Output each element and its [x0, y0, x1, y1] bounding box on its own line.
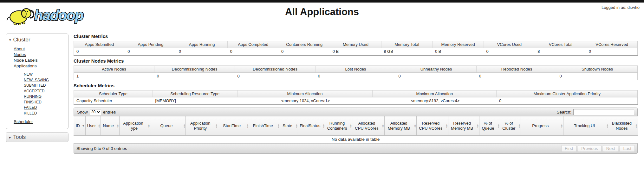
- metric-value: 0: [484, 48, 535, 56]
- list-item: FAILED: [24, 105, 66, 110]
- column-header-name[interactable]: Name: [101, 116, 119, 135]
- column-header-allocated-cpu-vcores[interactable]: Allocated CPU VCores: [352, 116, 384, 135]
- metric-header: Memory Total: [381, 41, 433, 48]
- sidebar-item-scheduler[interactable]: Scheduler: [14, 119, 33, 124]
- metric-header: Shutdown Nodes: [557, 66, 638, 73]
- table-cell: 1: [74, 73, 154, 80]
- sort-icon: [561, 124, 563, 128]
- sidebar-item-accepted[interactable]: ACCEPTED: [24, 89, 44, 93]
- metric-header: Decommissioned Nodes: [235, 66, 315, 73]
- column-label: Reserved Memory MB: [451, 121, 473, 131]
- showing-entries-info: Showing 0 to 0 of 0 entries: [76, 146, 127, 151]
- pagination-first-button[interactable]: First: [561, 145, 576, 152]
- column-header-queue[interactable]: Queue: [150, 116, 186, 135]
- list-item: FINISHED: [24, 99, 66, 105]
- page-size-select[interactable]: 20: [90, 109, 101, 115]
- cluster-nav-panel: Cluster About Nodes Node Labels Applicat…: [6, 34, 68, 129]
- metric-header: Active Nodes: [74, 66, 154, 73]
- cluster-nodes-metrics-table: Active Nodes Decommissioning Nodes Decom…: [74, 65, 638, 80]
- list-item: NEW_SAVING: [24, 77, 66, 83]
- column-header-application-type[interactable]: Application Type: [119, 116, 150, 135]
- sidebar-item-about[interactable]: About: [14, 46, 25, 51]
- table-cell: 0: [154, 73, 235, 80]
- column-header-user[interactable]: User: [85, 116, 101, 135]
- metric-value: 0: [125, 48, 176, 56]
- column-label: State: [283, 123, 292, 128]
- column-header-starttime[interactable]: StartTime: [218, 116, 249, 135]
- metric-value: [MEMORY]: [153, 97, 237, 105]
- metric-header: Apps Submitted: [74, 41, 125, 48]
- column-label: FinalStatus: [300, 123, 320, 128]
- column-header-progress[interactable]: Progress: [521, 116, 563, 135]
- metric-header: Memory Reserved: [433, 41, 484, 48]
- metric-value: 8 GB: [381, 48, 433, 56]
- list-item: About: [14, 46, 66, 52]
- sidebar-item-killed[interactable]: KILLED: [24, 111, 37, 115]
- shutdown-nodes-link[interactable]: 0: [560, 74, 562, 78]
- list-item: ACCEPTED: [24, 88, 66, 94]
- sidebar-item-failed[interactable]: FAILED: [24, 105, 37, 110]
- column-header-finishtime[interactable]: FinishTime: [249, 116, 280, 135]
- logged-in-user: dr.who: [628, 5, 640, 10]
- sidebar-item-node-labels[interactable]: Node Labels: [14, 58, 38, 63]
- metric-header: Decommissioning Nodes: [154, 66, 235, 73]
- search-label: Search:: [556, 110, 571, 114]
- sort-icon: [296, 124, 297, 128]
- sidebar-item-submitted[interactable]: SUBMITTED: [24, 83, 46, 88]
- column-header-reserved-memory-mb[interactable]: Reserved Memory MB: [448, 116, 479, 135]
- pagination-last-button[interactable]: Last: [620, 145, 635, 152]
- nav-header-tools[interactable]: Tools: [6, 132, 68, 142]
- column-header-state[interactable]: State: [280, 116, 298, 135]
- rebooted-nodes-link[interactable]: 0: [479, 74, 481, 78]
- nav-header-cluster[interactable]: Cluster: [9, 36, 66, 46]
- active-nodes-link[interactable]: 1: [76, 74, 79, 78]
- sort-icon: [117, 124, 119, 128]
- column-header-finalstatus[interactable]: FinalStatus: [298, 116, 325, 135]
- content-area: Cluster About Nodes Node Labels Applicat…: [0, 32, 644, 154]
- sort-icon: [477, 124, 478, 128]
- main-panel: Cluster Metrics Apps Submitted Apps Pend…: [74, 34, 638, 154]
- column-header-running-containers[interactable]: Running Containers: [325, 116, 352, 135]
- table-header-row: Scheduler Type Scheduling Resource Type …: [74, 90, 638, 97]
- sidebar-item-nodes[interactable]: Nodes: [14, 52, 26, 57]
- page-header: hadoop All Applications Logged in as: dr…: [0, 3, 644, 32]
- metric-header: Scheduler Type: [74, 90, 153, 97]
- sidebar-item-finished[interactable]: FINISHED: [24, 100, 42, 104]
- column-header-pct-of-queue[interactable]: % of Queue: [479, 116, 500, 135]
- lost-nodes-link[interactable]: 0: [318, 74, 320, 78]
- sidebar-item-running[interactable]: RUNNING: [24, 94, 42, 99]
- metric-value: 0: [586, 48, 638, 56]
- unhealthy-nodes-link[interactable]: 0: [399, 74, 401, 78]
- sidebar-item-new[interactable]: NEW: [24, 72, 33, 77]
- sidebar-item-applications[interactable]: Applications: [14, 64, 37, 68]
- search-input[interactable]: [573, 109, 634, 115]
- metric-value: 0: [74, 48, 125, 56]
- table-cell: 0: [477, 73, 557, 80]
- sort-icon: [607, 124, 608, 128]
- sidebar-item-new-saving[interactable]: NEW_SAVING: [24, 78, 49, 82]
- column-header-tracking-ui[interactable]: Tracking UI: [563, 116, 609, 135]
- chevron-right-icon: [9, 135, 11, 139]
- pagination: First Previous Next Last: [561, 145, 635, 152]
- metric-value: 8: [535, 48, 586, 56]
- column-header-allocated-memory-mb[interactable]: Allocated Memory MB: [384, 116, 416, 135]
- sort-icon: [414, 124, 416, 128]
- pagination-previous-button[interactable]: Previous: [578, 145, 602, 152]
- column-header-reserved-cpu-vcores[interactable]: Reserved CPU VCores: [417, 116, 448, 135]
- column-header-pct-of-cluster[interactable]: % of Cluster: [500, 116, 521, 135]
- metric-header: Rebooted Nodes: [477, 66, 557, 73]
- sort-icon: [247, 124, 248, 128]
- table-row: 1 0 0 0 0 0 0: [74, 73, 638, 80]
- column-label: % of Cluster: [502, 121, 515, 131]
- decommissioning-nodes-link[interactable]: 0: [157, 74, 159, 78]
- column-header-id[interactable]: ID: [74, 116, 85, 135]
- column-header-blacklisted-nodes[interactable]: Blacklisted Nodes: [609, 116, 638, 135]
- list-item: Node Labels: [14, 57, 66, 63]
- column-label: FinishTime: [253, 123, 273, 128]
- sort-icon: [216, 124, 217, 128]
- list-item: RUNNING: [24, 94, 66, 99]
- cluster-metrics-table: Apps Submitted Apps Pending Apps Running…: [74, 41, 638, 56]
- pagination-next-button[interactable]: Next: [603, 145, 619, 152]
- decommissioned-nodes-link[interactable]: 0: [237, 74, 240, 78]
- column-header-application-priority[interactable]: Application Priority: [186, 116, 218, 135]
